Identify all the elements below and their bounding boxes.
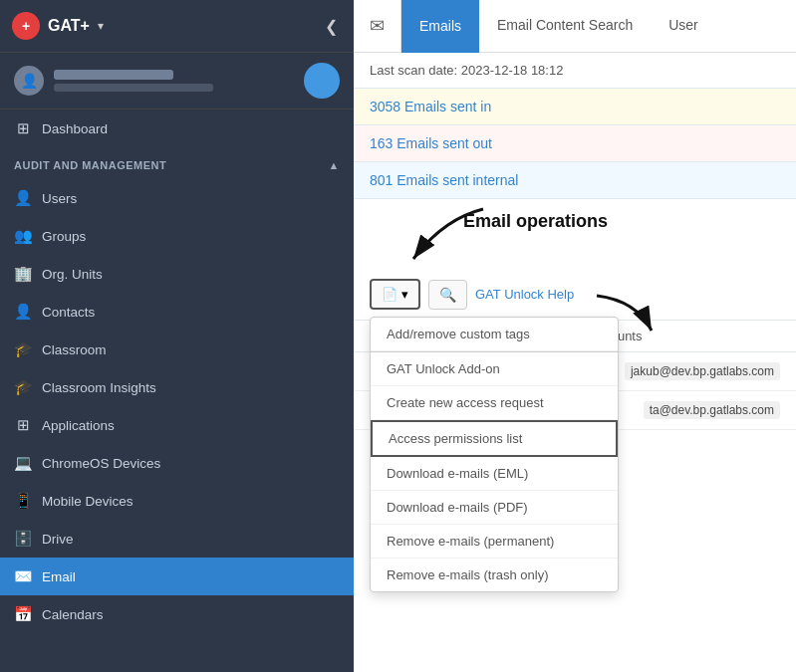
sidebar-item-classroom-insights[interactable]: 🎓 Classroom Insights	[0, 368, 354, 406]
top-navigation: ✉ Emails Email Content Search User	[354, 0, 796, 53]
audit-section-header: AUDIT AND MANAGEMENT ▲	[0, 151, 354, 179]
sidebar: + GAT+ ▾ ❮ 👤 ⊞ Dashboard AUDIT AND MANAG…	[0, 0, 354, 672]
email-icon: ✉️	[14, 567, 32, 585]
sidebar-item-label: Email	[42, 569, 76, 584]
main-content: ✉ Emails Email Content Search User Last …	[354, 0, 796, 672]
emails-sent-out-row[interactable]: 163 Emails sent out	[354, 125, 796, 162]
mobile-icon: 📱	[14, 492, 32, 510]
app-dropdown-arrow[interactable]: ▾	[98, 19, 104, 33]
user-email-placeholder	[54, 84, 213, 92]
sidebar-item-dashboard[interactable]: ⊞ Dashboard	[0, 110, 354, 147]
mail-nav-icon[interactable]: ✉	[354, 0, 401, 53]
logo-icon: +	[12, 12, 40, 40]
users-icon: 👤	[14, 189, 32, 207]
sidebar-collapse-button[interactable]: ❮	[321, 13, 342, 40]
emails-sent-in-row[interactable]: 3058 Emails sent in	[354, 89, 796, 125]
chromeos-icon: 💻	[14, 454, 32, 472]
groups-icon: 👥	[14, 227, 32, 245]
doc-icon: 📄	[382, 287, 398, 302]
sidebar-item-groups[interactable]: 👥 Groups	[0, 217, 354, 255]
sidebar-item-label: ChromeOS Devices	[42, 456, 160, 471]
search-button[interactable]: 🔍	[428, 280, 467, 310]
doc-actions-button[interactable]: 📄 ▾	[370, 279, 420, 310]
app-title: GAT+	[48, 17, 90, 35]
arrow-annotation-1	[394, 199, 513, 269]
sidebar-item-users[interactable]: 👤 Users	[0, 179, 354, 217]
sidebar-item-label: Classroom	[42, 342, 107, 357]
sidebar-header: + GAT+ ▾ ❮	[0, 0, 354, 53]
dropdown-item-download-pdf[interactable]: Download e-mails (PDF)	[371, 491, 618, 525]
sidebar-item-label: Applications	[42, 418, 115, 433]
dropdown-item-access-permissions-list[interactable]: Access permissions list	[371, 420, 618, 457]
tab-user[interactable]: User	[651, 0, 716, 53]
user-info	[54, 70, 294, 92]
classroom-insights-icon: 🎓	[14, 378, 32, 396]
dropdown-item-remove-trash[interactable]: Remove e-mails (trash only)	[371, 559, 618, 591]
sidebar-item-classroom[interactable]: 🎓 Classroom	[0, 331, 354, 368]
sidebar-item-label: Contacts	[42, 305, 95, 320]
user-avatar-icon: 👤	[14, 66, 44, 96]
dropdown-menu: Add/remove custom tags GAT Unlock Add-on…	[370, 317, 619, 592]
org-units-icon: 🏢	[14, 265, 32, 283]
sidebar-item-mobile[interactable]: 📱 Mobile Devices	[0, 482, 354, 520]
scan-date-bar: Last scan date: 2023-12-18 18:12	[354, 53, 796, 89]
sidebar-item-label: Calendars	[42, 607, 104, 622]
sidebar-logo-area: + GAT+ ▾	[12, 12, 104, 40]
search-icon: 🔍	[439, 287, 456, 303]
gat-unlock-help-link[interactable]: GAT Unlock Help	[475, 287, 574, 302]
sidebar-item-label: Classroom Insights	[42, 380, 156, 395]
email-address-badge: jakub@dev.bp.gatlabs.com	[625, 362, 780, 380]
emails-sent-out-link[interactable]: 163 Emails sent out	[370, 135, 492, 151]
dropdown-item-gat-unlock-addon[interactable]: GAT Unlock Add-on	[371, 351, 618, 386]
dropdown-item-add-remove-tags[interactable]: Add/remove custom tags	[371, 318, 618, 351]
sidebar-item-label: Mobile Devices	[42, 494, 133, 509]
emails-sent-in-link[interactable]: 3058 Emails sent in	[370, 99, 491, 114]
dashboard-icon: ⊞	[14, 119, 32, 137]
dropdown-item-download-eml[interactable]: Download e-mails (EML)	[371, 457, 618, 491]
emails-sent-internal-row[interactable]: 801 Emails sent internal	[354, 162, 796, 199]
user-name-placeholder	[54, 70, 173, 80]
sidebar-item-label: Users	[42, 191, 77, 206]
tab-emails[interactable]: Emails	[401, 0, 479, 53]
section-collapse-icon[interactable]: ▲	[329, 159, 340, 171]
classroom-icon: 🎓	[14, 340, 32, 358]
sidebar-item-label: Org. Units	[42, 267, 103, 282]
contacts-icon: 👤	[14, 303, 32, 321]
user-avatar-circle	[304, 63, 340, 99]
annotation-area: Email operations	[354, 199, 796, 269]
sidebar-item-drive[interactable]: 🗄️ Drive	[0, 520, 354, 558]
tab-email-content-search[interactable]: Email Content Search	[479, 0, 651, 53]
sidebar-item-email[interactable]: ✉️ Email	[0, 558, 354, 595]
toolbar: 📄 ▾ 🔍 GAT Unlock Help Add/remove custom …	[354, 269, 796, 321]
sidebar-item-label: Drive	[42, 532, 74, 547]
applications-icon: ⊞	[14, 416, 32, 434]
sidebar-item-contacts[interactable]: 👤 Contacts	[0, 293, 354, 331]
sidebar-item-calendars[interactable]: 📅 Calendars	[0, 595, 354, 633]
dropdown-item-remove-permanent[interactable]: Remove e-mails (permanent)	[371, 525, 618, 559]
calendars-icon: 📅	[14, 605, 32, 623]
sidebar-item-label: Groups	[42, 229, 86, 244]
sidebar-item-chromeos[interactable]: 💻 ChromeOS Devices	[0, 444, 354, 482]
sidebar-item-label: Dashboard	[42, 121, 108, 136]
user-profile-area: 👤	[0, 53, 354, 110]
dropdown-item-create-access-request[interactable]: Create new access request	[371, 386, 618, 420]
dropdown-caret: ▾	[401, 287, 408, 302]
sidebar-item-applications[interactable]: ⊞ Applications	[0, 406, 354, 444]
drive-icon: 🗄️	[14, 530, 32, 548]
sidebar-item-org-units[interactable]: 🏢 Org. Units	[0, 255, 354, 293]
email-address-badge: ta@dev.bp.gatlabs.com	[644, 401, 780, 419]
content-area: Last scan date: 2023-12-18 18:12 3058 Em…	[354, 53, 796, 672]
emails-sent-internal-link[interactable]: 801 Emails sent internal	[370, 172, 518, 188]
email-ops-annotation-label: Email operations	[463, 211, 608, 232]
